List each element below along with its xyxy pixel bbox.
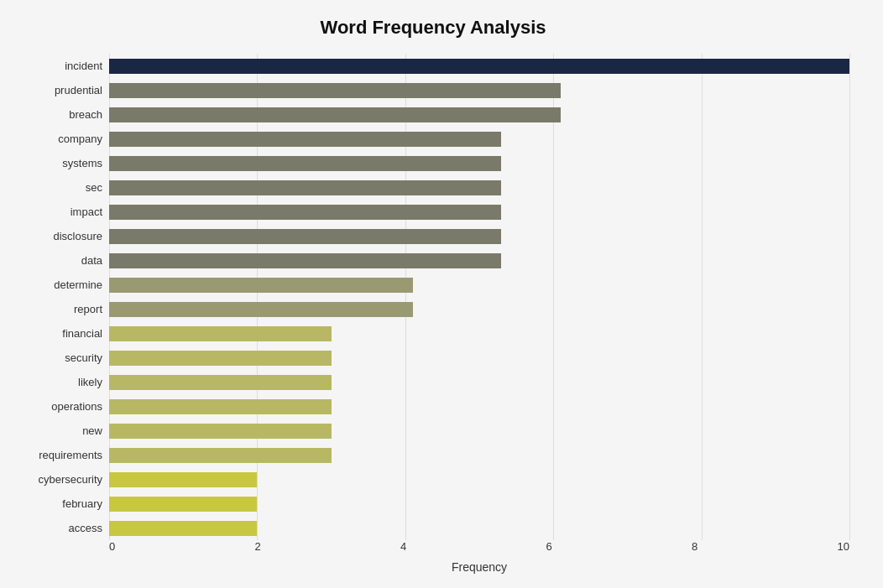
x-axis-title: Frequency (109, 560, 849, 574)
y-label: access (69, 523, 102, 533)
bar-row (109, 227, 849, 246)
grid-line (849, 54, 850, 540)
x-tick-label: 10 (838, 540, 849, 553)
bar (109, 156, 501, 171)
y-label: likely (78, 377, 102, 388)
bar-row (109, 300, 849, 319)
y-label: prudential (55, 85, 102, 96)
bar-row (109, 519, 849, 538)
bar (109, 375, 332, 390)
chart-container: Word Frequency Analysis incidentprudenti… (0, 0, 883, 588)
bar (109, 59, 849, 74)
bar (109, 302, 413, 317)
bar (109, 278, 413, 293)
bar (109, 521, 257, 536)
x-tick-label: 6 (546, 540, 552, 553)
bar-row (109, 203, 849, 221)
y-label: incident (65, 60, 102, 71)
bar (109, 497, 257, 512)
bar-row (109, 446, 849, 465)
bar-row (109, 57, 849, 75)
bar-row (109, 495, 849, 513)
x-tick-label: 0 (109, 540, 115, 553)
bar (109, 472, 257, 487)
y-label: requirements (39, 450, 102, 461)
y-label: disclosure (53, 231, 102, 242)
bar-row (109, 154, 849, 173)
bar-row (109, 252, 849, 270)
bar (109, 205, 501, 220)
bar (109, 424, 332, 439)
bar (109, 180, 501, 195)
bar-row (109, 373, 849, 392)
bar (109, 399, 332, 414)
x-axis-labels: 0246810 (109, 540, 849, 553)
y-label: determine (54, 279, 102, 290)
y-label: report (74, 304, 102, 315)
bar (109, 83, 561, 98)
y-label: cybersecurity (38, 474, 102, 485)
y-label: company (58, 133, 102, 144)
bar (109, 351, 332, 366)
bar-row (109, 422, 849, 440)
x-tick-label: 8 (692, 540, 698, 553)
bar-row (109, 398, 849, 416)
bar (109, 448, 332, 463)
y-label: data (81, 255, 102, 266)
bar (109, 229, 501, 244)
bar-row (109, 276, 849, 294)
y-axis-labels: incidentprudentialbreachcompanysystemsse… (17, 54, 109, 540)
x-tick-label: 4 (400, 540, 406, 553)
y-label: systems (62, 158, 102, 169)
bar-row (109, 81, 849, 100)
y-label: operations (51, 401, 102, 412)
y-label: february (62, 498, 102, 509)
y-label: impact (71, 206, 102, 217)
y-label: breach (69, 109, 102, 120)
bar (109, 132, 501, 147)
y-label: new (82, 425, 102, 436)
y-label: security (65, 352, 102, 363)
bar-row (109, 325, 849, 343)
bar-row (109, 106, 849, 124)
bar-row (109, 471, 849, 489)
x-tick-label: 2 (255, 540, 261, 553)
chart-title: Word Frequency Analysis (17, 17, 849, 39)
bars-area (109, 54, 849, 540)
bar (109, 326, 332, 341)
bar-row (109, 349, 849, 367)
bar-row (109, 130, 849, 148)
bar-row (109, 179, 849, 197)
bar (109, 107, 561, 122)
y-label: sec (86, 182, 102, 193)
bar (109, 253, 501, 268)
y-label: financial (62, 328, 102, 339)
